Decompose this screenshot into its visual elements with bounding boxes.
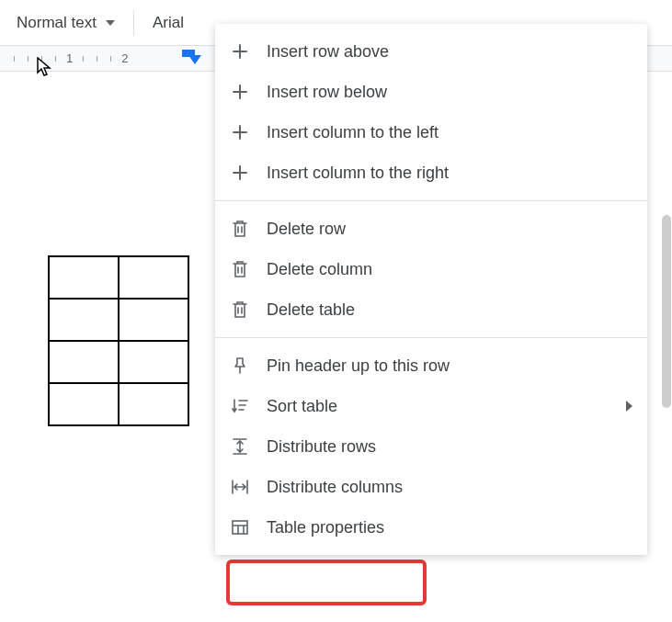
cursor-icon <box>37 57 53 77</box>
chevron-down-icon <box>106 20 115 26</box>
menu-divider <box>215 200 647 201</box>
menu-sort-table[interactable]: Sort table <box>215 386 647 426</box>
table-cell[interactable] <box>49 383 119 425</box>
plus-icon <box>230 163 250 183</box>
menu-distribute-rows[interactable]: Distribute rows <box>215 426 647 467</box>
table-cell[interactable] <box>49 341 119 383</box>
distribute-rows-icon <box>230 436 250 457</box>
scrollbar-thumb[interactable] <box>662 215 671 408</box>
menu-label: Sort table <box>267 397 337 416</box>
menu-label: Table properties <box>267 518 384 537</box>
menu-insert-col-right[interactable]: Insert column to the right <box>215 153 647 193</box>
menu-label: Delete row <box>267 220 346 239</box>
font-family-dropdown[interactable]: Arial <box>143 8 193 38</box>
ruler-marks: 1 2 <box>7 51 131 65</box>
table-icon <box>230 517 250 537</box>
table-cell[interactable] <box>49 256 119 299</box>
menu-insert-col-left[interactable]: Insert column to the left <box>215 112 647 153</box>
font-family-label: Arial <box>153 14 184 32</box>
paragraph-style-dropdown[interactable]: Normal text <box>7 8 124 38</box>
table-cell[interactable] <box>119 341 188 383</box>
menu-label: Insert column to the left <box>267 123 439 142</box>
document-table[interactable] <box>48 255 189 426</box>
trash-icon <box>230 300 250 320</box>
menu-distribute-columns[interactable]: Distribute columns <box>215 467 647 507</box>
menu-divider <box>215 337 647 338</box>
menu-label: Delete table <box>267 300 355 320</box>
highlight-annotation <box>226 560 427 605</box>
menu-pin-header[interactable]: Pin header up to this row <box>215 345 647 386</box>
table-cell[interactable] <box>49 299 119 341</box>
menu-label: Distribute columns <box>267 478 403 497</box>
menu-label: Pin header up to this row <box>267 356 450 376</box>
table-context-menu: Insert row above Insert row below Insert… <box>215 24 647 555</box>
plus-icon <box>230 82 250 102</box>
toolbar-divider <box>133 10 134 36</box>
menu-label: Insert row above <box>267 42 389 62</box>
plus-icon <box>230 122 250 142</box>
menu-label: Insert row below <box>267 83 387 102</box>
distribute-columns-icon <box>230 477 250 497</box>
menu-table-properties[interactable]: Table properties <box>215 507 647 548</box>
sort-icon <box>230 396 250 416</box>
paragraph-style-label: Normal text <box>17 14 97 32</box>
trash-icon <box>230 259 250 279</box>
table-cell[interactable] <box>119 383 188 425</box>
menu-label: Delete column <box>267 260 372 279</box>
menu-label: Distribute rows <box>267 437 376 457</box>
menu-delete-row[interactable]: Delete row <box>215 209 647 249</box>
table-cell[interactable] <box>119 256 188 299</box>
trash-icon <box>230 219 250 239</box>
menu-label: Insert column to the right <box>267 164 449 183</box>
menu-insert-row-below[interactable]: Insert row below <box>215 72 647 112</box>
table-cell[interactable] <box>119 299 188 341</box>
menu-delete-table[interactable]: Delete table <box>215 289 647 330</box>
svg-rect-0 <box>233 521 247 534</box>
menu-insert-row-above[interactable]: Insert row above <box>215 31 647 72</box>
menu-delete-column[interactable]: Delete column <box>215 249 647 289</box>
indent-marker-icon[interactable] <box>188 55 201 64</box>
pin-icon <box>230 356 250 376</box>
chevron-right-icon <box>626 401 632 412</box>
plus-icon <box>230 41 250 62</box>
